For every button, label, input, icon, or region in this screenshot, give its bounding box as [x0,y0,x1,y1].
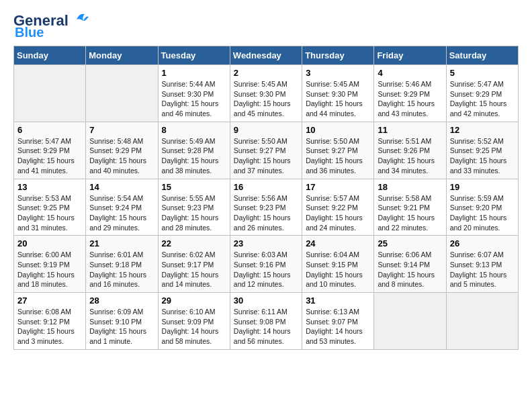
calendar-cell: 29Sunrise: 6:10 AMSunset: 9:09 PMDayligh… [158,293,230,350]
day-info: Sunrise: 5:50 AMSunset: 9:27 PMDaylight:… [306,136,370,176]
calendar-cell: 3Sunrise: 5:45 AMSunset: 9:30 PMDaylight… [302,65,374,122]
day-info: Sunrise: 5:49 AMSunset: 9:28 PMDaylight:… [162,136,226,176]
calendar-cell: 16Sunrise: 5:56 AMSunset: 9:23 PMDayligh… [230,179,302,236]
calendar-cell: 26Sunrise: 6:07 AMSunset: 9:13 PMDayligh… [446,236,518,293]
calendar-cell: 20Sunrise: 6:00 AMSunset: 9:19 PMDayligh… [14,236,86,293]
day-info: Sunrise: 5:56 AMSunset: 9:23 PMDaylight:… [234,193,298,233]
day-info: Sunrise: 5:57 AMSunset: 9:22 PMDaylight:… [306,193,370,233]
calendar-cell: 12Sunrise: 5:52 AMSunset: 9:25 PMDayligh… [446,122,518,179]
weekday-header-monday: Monday [86,46,158,65]
calendar-week-row: 6Sunrise: 5:47 AMSunset: 9:29 PMDaylight… [14,122,519,179]
weekday-header-sunday: Sunday [14,46,86,65]
weekday-header-thursday: Thursday [302,46,374,65]
day-info: Sunrise: 6:04 AMSunset: 9:15 PMDaylight:… [306,250,370,289]
calendar-table: SundayMondayTuesdayWednesdayThursdayFrid… [13,46,519,350]
day-number: 23 [234,238,298,248]
day-info: Sunrise: 6:11 AMSunset: 9:08 PMDaylight:… [234,307,298,347]
day-info: Sunrise: 5:47 AMSunset: 9:29 PMDaylight:… [450,79,515,119]
day-number: 13 [17,182,82,192]
calendar-cell: 4Sunrise: 5:46 AMSunset: 9:29 PMDaylight… [374,65,446,122]
weekday-header-friday: Friday [374,46,446,65]
day-info: Sunrise: 6:02 AMSunset: 9:17 PMDaylight:… [162,250,226,289]
calendar-cell: 8Sunrise: 5:49 AMSunset: 9:28 PMDaylight… [158,122,230,179]
calendar-header-row: SundayMondayTuesdayWednesdayThursdayFrid… [14,46,519,65]
calendar-cell: 6Sunrise: 5:47 AMSunset: 9:29 PMDaylight… [14,122,86,179]
day-number: 2 [234,68,298,78]
day-number: 15 [162,182,226,192]
calendar-week-row: 20Sunrise: 6:00 AMSunset: 9:19 PMDayligh… [14,236,519,293]
day-info: Sunrise: 6:03 AMSunset: 9:16 PMDaylight:… [234,250,298,289]
day-info: Sunrise: 6:10 AMSunset: 9:09 PMDaylight:… [162,307,226,347]
day-info: Sunrise: 5:45 AMSunset: 9:30 PMDaylight:… [306,79,370,119]
calendar-week-row: 27Sunrise: 6:08 AMSunset: 9:12 PMDayligh… [14,293,519,350]
calendar-cell: 18Sunrise: 5:58 AMSunset: 9:21 PMDayligh… [374,179,446,236]
calendar-cell: 17Sunrise: 5:57 AMSunset: 9:22 PMDayligh… [302,179,374,236]
calendar-cell: 31Sunrise: 6:13 AMSunset: 9:07 PMDayligh… [302,293,374,350]
day-info: Sunrise: 5:45 AMSunset: 9:30 PMDaylight:… [234,79,298,119]
logo: General Blue [13,13,89,39]
calendar-week-row: 1Sunrise: 5:44 AMSunset: 9:30 PMDaylight… [14,65,519,122]
calendar-cell: 2Sunrise: 5:45 AMSunset: 9:30 PMDaylight… [230,65,302,122]
day-number: 18 [378,182,442,192]
calendar-cell [14,65,86,122]
day-info: Sunrise: 5:58 AMSunset: 9:21 PMDaylight:… [378,193,442,233]
day-number: 11 [378,125,442,135]
calendar-cell: 11Sunrise: 5:51 AMSunset: 9:26 PMDayligh… [374,122,446,179]
day-info: Sunrise: 5:59 AMSunset: 9:20 PMDaylight:… [450,193,515,233]
calendar-cell: 24Sunrise: 6:04 AMSunset: 9:15 PMDayligh… [302,236,374,293]
day-number: 3 [306,68,370,78]
calendar-cell: 27Sunrise: 6:08 AMSunset: 9:12 PMDayligh… [14,293,86,350]
day-info: Sunrise: 5:50 AMSunset: 9:27 PMDaylight:… [234,136,298,176]
day-number: 1 [162,68,226,78]
day-info: Sunrise: 6:01 AMSunset: 9:18 PMDaylight:… [89,250,154,289]
calendar-cell: 28Sunrise: 6:09 AMSunset: 9:10 PMDayligh… [86,293,158,350]
calendar-cell: 19Sunrise: 5:59 AMSunset: 9:20 PMDayligh… [446,179,518,236]
calendar-cell: 25Sunrise: 6:06 AMSunset: 9:14 PMDayligh… [374,236,446,293]
calendar-cell: 1Sunrise: 5:44 AMSunset: 9:30 PMDaylight… [158,65,230,122]
day-number: 27 [17,295,82,306]
day-info: Sunrise: 5:53 AMSunset: 9:25 PMDaylight:… [17,193,82,233]
day-number: 19 [450,182,515,192]
calendar-cell [446,293,518,350]
weekday-header-saturday: Saturday [446,46,518,65]
calendar-cell [86,65,158,122]
day-number: 30 [234,295,298,306]
day-info: Sunrise: 5:52 AMSunset: 9:25 PMDaylight:… [450,136,515,176]
page-header: General Blue [13,13,519,39]
day-number: 5 [450,68,515,78]
day-number: 22 [162,238,226,248]
day-number: 28 [89,295,154,306]
calendar-week-row: 13Sunrise: 5:53 AMSunset: 9:25 PMDayligh… [14,179,519,236]
day-info: Sunrise: 6:08 AMSunset: 9:12 PMDaylight:… [17,307,82,347]
calendar-cell [374,293,446,350]
day-info: Sunrise: 5:54 AMSunset: 9:24 PMDaylight:… [89,193,154,233]
day-number: 26 [450,238,515,248]
day-number: 17 [306,182,370,192]
day-number: 9 [234,125,298,135]
day-info: Sunrise: 5:44 AMSunset: 9:30 PMDaylight:… [162,79,226,119]
day-number: 4 [378,68,442,78]
calendar-cell: 9Sunrise: 5:50 AMSunset: 9:27 PMDaylight… [230,122,302,179]
calendar-cell: 15Sunrise: 5:55 AMSunset: 9:23 PMDayligh… [158,179,230,236]
calendar-cell: 7Sunrise: 5:48 AMSunset: 9:29 PMDaylight… [86,122,158,179]
day-info: Sunrise: 6:06 AMSunset: 9:14 PMDaylight:… [378,250,442,289]
day-number: 16 [234,182,298,192]
calendar-cell: 30Sunrise: 6:11 AMSunset: 9:08 PMDayligh… [230,293,302,350]
day-number: 20 [17,238,82,248]
calendar-cell: 14Sunrise: 5:54 AMSunset: 9:24 PMDayligh… [86,179,158,236]
calendar-cell: 5Sunrise: 5:47 AMSunset: 9:29 PMDaylight… [446,65,518,122]
day-info: Sunrise: 5:55 AMSunset: 9:23 PMDaylight:… [162,193,226,233]
calendar-cell: 22Sunrise: 6:02 AMSunset: 9:17 PMDayligh… [158,236,230,293]
day-number: 24 [306,238,370,248]
day-info: Sunrise: 5:47 AMSunset: 9:29 PMDaylight:… [17,136,82,176]
day-number: 10 [306,125,370,135]
calendar-cell: 10Sunrise: 5:50 AMSunset: 9:27 PMDayligh… [302,122,374,179]
day-number: 21 [89,238,154,248]
day-info: Sunrise: 6:07 AMSunset: 9:13 PMDaylight:… [450,250,515,289]
weekday-header-tuesday: Tuesday [158,46,230,65]
day-number: 6 [17,125,82,135]
day-info: Sunrise: 5:48 AMSunset: 9:29 PMDaylight:… [89,136,154,176]
day-info: Sunrise: 5:46 AMSunset: 9:29 PMDaylight:… [378,79,442,119]
day-number: 25 [378,238,442,248]
day-number: 31 [306,295,370,306]
